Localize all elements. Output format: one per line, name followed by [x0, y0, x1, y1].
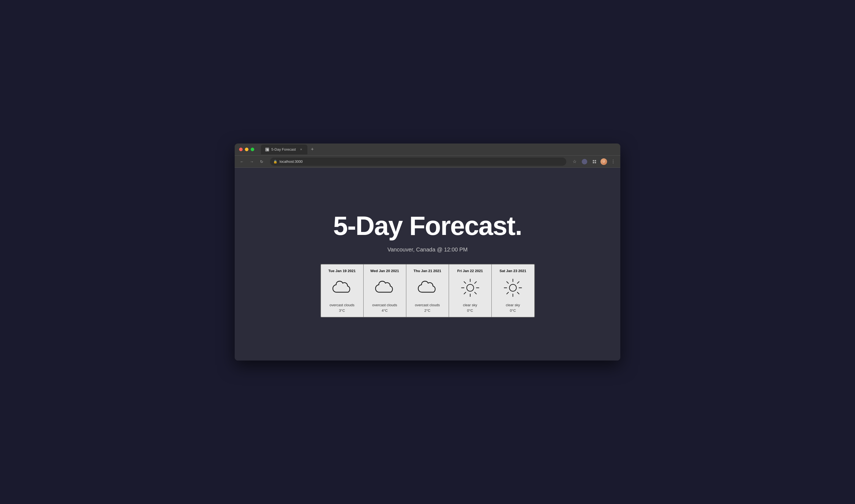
forecast-date: Fri Jan 22 2021 [457, 269, 483, 273]
sun-icon [500, 277, 525, 299]
forecast-condition: clear sky [463, 303, 477, 308]
tab-close-button[interactable]: ✕ [299, 148, 303, 151]
profile-icon[interactable] [581, 158, 588, 165]
svg-line-18 [507, 282, 509, 283]
forecast-date: Thu Jan 21 2021 [413, 269, 441, 273]
svg-line-20 [517, 282, 519, 283]
sun-icon [458, 277, 483, 299]
cloud-icon [415, 277, 440, 299]
svg-line-9 [464, 282, 465, 283]
forecast-temp: 4°C [382, 308, 388, 312]
forecast-date: Sat Jan 23 2021 [500, 269, 527, 273]
close-button[interactable] [239, 148, 243, 151]
address-bar[interactable]: 🔒 localhost:3000 [270, 158, 566, 166]
refresh-button[interactable]: ↻ [258, 158, 266, 165]
page-content: 5-Day Forecast. Vancouver, Canada @ 12:0… [235, 168, 620, 361]
forecast-temp: 3°C [339, 308, 345, 312]
forecast-condition: overcast clouds [415, 303, 440, 308]
lock-icon: 🔒 [273, 160, 278, 164]
menu-icon[interactable]: ⋮ [609, 158, 617, 165]
cloud-icon [372, 277, 397, 299]
bookmark-icon[interactable]: ☆ [571, 158, 578, 165]
extensions-icon[interactable] [591, 158, 598, 165]
new-tab-button[interactable]: + [308, 146, 316, 154]
forecast-temp: 0°C [467, 308, 473, 312]
toolbar-actions: ☆ U ⋮ [571, 158, 617, 165]
location-time: Vancouver, Canada @ 12:00 PM [387, 247, 467, 253]
page-title: 5-Day Forecast. [333, 211, 522, 241]
svg-rect-2 [593, 162, 594, 163]
forecast-card: Sat Jan 23 2021 clear sky0°C [492, 264, 534, 317]
forecast-card: Thu Jan 21 2021 overcast clouds2°C [406, 264, 449, 317]
tab-favicon: 🌤 [265, 148, 269, 151]
forecast-card: Tue Jan 19 2021 overcast clouds3°C [321, 264, 363, 317]
forecast-condition: clear sky [506, 303, 520, 308]
svg-rect-1 [595, 160, 596, 161]
tab-bar: 🌤 5-Day Forecast ✕ + [261, 145, 616, 155]
svg-rect-3 [595, 162, 596, 163]
svg-point-4 [467, 285, 474, 291]
browser-titlebar: 🌤 5-Day Forecast ✕ + [235, 143, 620, 156]
svg-line-10 [475, 292, 476, 294]
svg-line-12 [464, 292, 465, 294]
forecast-date: Wed Jan 20 2021 [371, 269, 399, 273]
browser-window: 🌤 5-Day Forecast ✕ + ← → ↻ 🔒 localhost:3… [235, 143, 620, 361]
url-display: localhost:3000 [280, 160, 563, 164]
back-button[interactable]: ← [238, 158, 246, 165]
svg-rect-0 [593, 160, 594, 161]
forecast-temp: 0°C [510, 308, 516, 312]
forecast-condition: overcast clouds [372, 303, 397, 308]
forecast-date: Tue Jan 19 2021 [328, 269, 356, 273]
forecast-grid: Tue Jan 19 2021 overcast clouds3°CWed Ja… [320, 264, 535, 317]
forecast-temp: 2°C [425, 308, 430, 312]
tab-title: 5-Day Forecast [271, 147, 296, 151]
user-avatar[interactable]: U [601, 158, 607, 165]
svg-line-19 [517, 292, 519, 294]
maximize-button[interactable] [251, 148, 254, 151]
active-tab[interactable]: 🌤 5-Day Forecast ✕ [261, 145, 307, 155]
cloud-icon [330, 277, 355, 299]
browser-toolbar: ← → ↻ 🔒 localhost:3000 ☆ U ⋮ [235, 156, 620, 168]
forecast-condition: overcast clouds [329, 303, 354, 308]
traffic-lights [239, 148, 254, 151]
minimize-button[interactable] [245, 148, 248, 151]
forward-button[interactable]: → [248, 158, 256, 165]
forecast-card: Fri Jan 22 2021 clear sky0°C [449, 264, 492, 317]
forecast-card: Wed Jan 20 2021 overcast clouds4°C [363, 264, 406, 317]
svg-line-21 [507, 292, 509, 294]
svg-line-11 [475, 282, 476, 283]
svg-point-13 [509, 285, 516, 291]
